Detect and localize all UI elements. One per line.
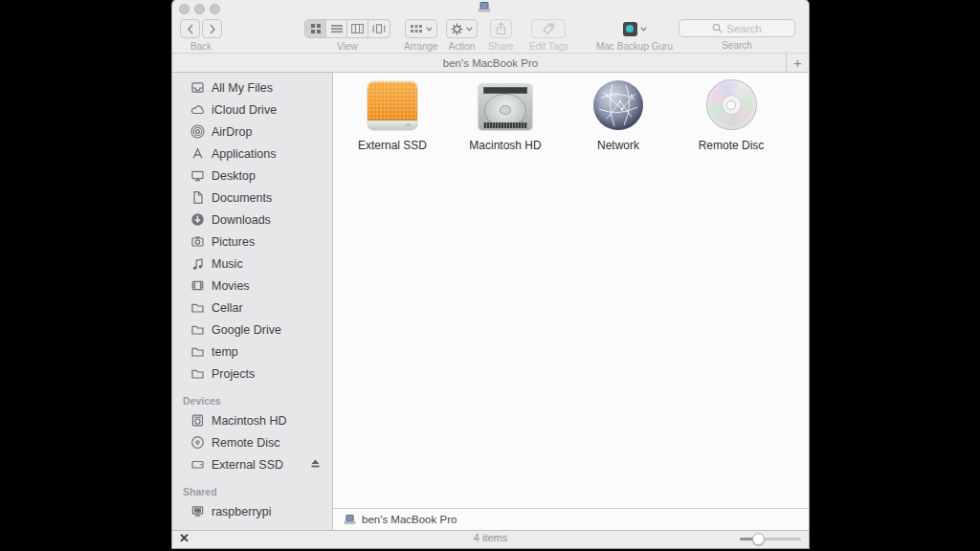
chevron-down-icon: [640, 27, 647, 32]
title-bar[interactable]: [172, 0, 809, 17]
volume-item-remote-disc[interactable]: Remote Disc: [675, 79, 788, 152]
external-drive-icon: [190, 457, 205, 472]
list-view-icon: [331, 23, 343, 34]
icon-view-button[interactable]: [305, 20, 326, 37]
status-bar: ✕ 4 items: [172, 530, 809, 545]
sidebar-item-movies[interactable]: Movies: [172, 275, 332, 297]
action-group: Action: [446, 19, 478, 52]
arrange-label: Arrange: [404, 41, 438, 52]
coverflow-view-button[interactable]: [368, 20, 390, 37]
action-label: Action: [449, 41, 476, 52]
backup-group: Mac Backup Guru: [590, 19, 679, 52]
share-group: Share: [488, 19, 514, 52]
action-button[interactable]: [446, 19, 478, 38]
downloads-icon: [190, 212, 205, 227]
toolbar: Back: [172, 17, 809, 53]
sidebar-item-applications[interactable]: Applications: [172, 143, 332, 165]
sidebar: All My Files iCloud Drive AirDrop: [172, 73, 333, 530]
icloud-icon: [190, 102, 205, 117]
volume-label: External SSD: [358, 139, 427, 152]
minimize-window-button[interactable]: [194, 4, 205, 14]
view-segmented-control: [304, 19, 390, 38]
volume-item-external-ssd[interactable]: External SSD: [336, 79, 449, 152]
sidebar-item-icloud-drive[interactable]: iCloud Drive: [172, 99, 332, 121]
mac-backup-guru-app-icon: [623, 22, 637, 36]
internal-drive-icon: [190, 413, 205, 428]
share-button[interactable]: [490, 19, 512, 38]
sidebar-item-label: Downloads: [212, 213, 271, 227]
sidebar-item-label: Cellar: [212, 301, 243, 315]
sidebar-item-downloads[interactable]: Downloads: [172, 209, 332, 231]
sidebar-item-desktop[interactable]: Desktop: [172, 165, 332, 187]
sidebar-item-all-my-files[interactable]: All My Files: [172, 77, 332, 99]
volume-grid: External SSD Macintosh HD: [336, 79, 788, 152]
laptop-icon: [344, 515, 356, 525]
forward-button[interactable]: [202, 19, 222, 38]
sidebar-item-macintosh-hd[interactable]: Macintosh HD: [172, 409, 332, 431]
edit-tags-button[interactable]: [531, 19, 566, 38]
traffic-lights: [179, 4, 220, 14]
sidebar-section-shared: Shared: [172, 486, 332, 500]
chevron-down-icon: [426, 27, 433, 32]
volume-item-macintosh-hd[interactable]: Macintosh HD: [449, 79, 562, 152]
gear-icon: [451, 23, 463, 35]
path-bar[interactable]: ben's MacBook Pro: [333, 508, 809, 530]
slider-knob[interactable]: [752, 533, 765, 545]
tag-icon: [542, 22, 555, 35]
arrange-button[interactable]: [405, 19, 437, 38]
sidebar-item-label: Macintosh HD: [212, 414, 287, 428]
sidebar-item-label: Documents: [212, 191, 272, 205]
sidebar-item-music[interactable]: Music: [172, 253, 332, 275]
sidebar-item-pictures[interactable]: Pictures: [172, 231, 332, 253]
folder-icon: [190, 344, 205, 359]
view-group: View: [304, 19, 390, 52]
search-input[interactable]: Search: [679, 19, 795, 37]
folder-icon: [190, 366, 205, 381]
back-label: Back: [190, 41, 212, 52]
tab-title[interactable]: ben's MacBook Pro: [443, 57, 538, 69]
sidebar-item-temp[interactable]: temp: [172, 341, 332, 363]
pictures-icon: [190, 234, 205, 249]
sidebar-item-external-ssd[interactable]: External SSD: [172, 453, 332, 475]
file-browser-area[interactable]: External SSD Macintosh HD: [333, 73, 809, 508]
volume-label: Remote Disc: [699, 139, 765, 152]
new-tab-button[interactable]: +: [786, 54, 809, 72]
arrange-icon: [410, 23, 423, 34]
sidebar-item-remote-disc[interactable]: Remote Disc: [172, 431, 332, 453]
volume-item-network[interactable]: Network: [562, 79, 675, 152]
folder-icon: [190, 322, 205, 337]
sidebar-item-label: Movies: [212, 279, 250, 293]
sidebar-item-cellar[interactable]: Cellar: [172, 297, 332, 319]
items-count: 4 items: [172, 532, 809, 543]
mac-backup-guru-label: Mac Backup Guru: [596, 41, 673, 52]
icon-size-slider[interactable]: [740, 538, 801, 540]
sidebar-item-label: Desktop: [212, 169, 256, 183]
close-window-button[interactable]: [179, 4, 189, 14]
search-placeholder: Search: [726, 23, 761, 34]
cd-disc-icon: [706, 79, 757, 130]
edit-tags-group: Edit Tags: [529, 19, 568, 52]
path-location: ben's MacBook Pro: [362, 514, 457, 525]
sidebar-item-documents[interactable]: Documents: [172, 187, 332, 209]
column-view-button[interactable]: [347, 20, 368, 37]
sidebar-item-label: Applications: [212, 147, 276, 161]
sidebar-item-label: AirDrop: [212, 125, 252, 139]
zoom-window-button[interactable]: [210, 4, 220, 14]
sidebar-item-raspberrypi[interactable]: raspberrypi: [172, 500, 332, 522]
edit-tags-label: Edit Tags: [529, 41, 568, 52]
list-view-button[interactable]: [326, 20, 347, 37]
volume-label: Macintosh HD: [469, 139, 541, 152]
eject-icon[interactable]: [309, 457, 322, 470]
sidebar-item-google-drive[interactable]: Google Drive: [172, 319, 332, 341]
back-button[interactable]: [180, 19, 200, 38]
grid-view-icon: [310, 23, 322, 34]
sidebar-item-airdrop[interactable]: AirDrop: [172, 121, 332, 143]
column-view-icon: [351, 23, 364, 34]
window-content: All My Files iCloud Drive AirDrop: [172, 73, 809, 530]
folder-icon: [190, 300, 205, 315]
laptop-icon: [478, 2, 491, 13]
sidebar-item-projects[interactable]: Projects: [172, 363, 332, 385]
applications-icon: [190, 146, 205, 161]
network-globe-icon: [593, 79, 643, 130]
mac-backup-guru-button[interactable]: [619, 19, 651, 38]
